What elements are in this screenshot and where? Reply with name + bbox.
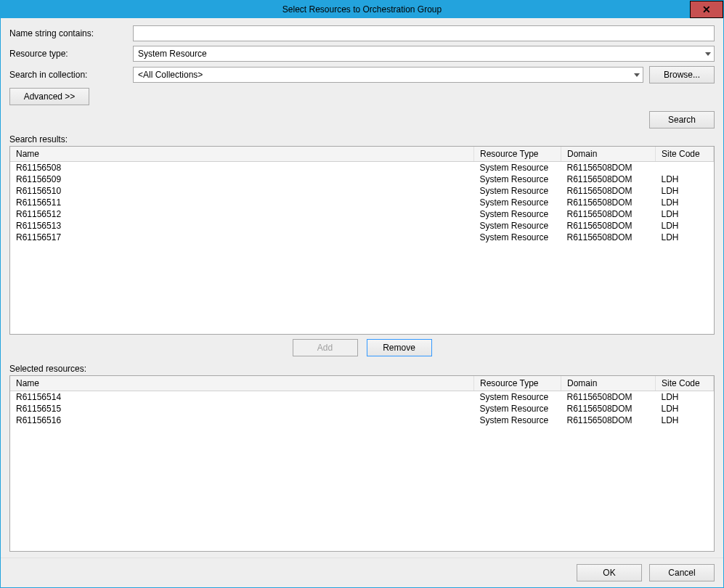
ok-button[interactable]: OK (577, 564, 642, 581)
cell-site: LDH (656, 208, 714, 220)
cell-name: R61156508 (10, 162, 474, 174)
cell-rtype: System Resource (474, 403, 561, 415)
col-site[interactable]: Site Code (656, 376, 714, 391)
cell-name: R61156515 (10, 403, 474, 415)
cell-name: R61156510 (10, 185, 474, 197)
resource-type-row: Resource type: System Resource (9, 46, 715, 62)
table-row[interactable]: R61156515System ResourceR61156508DOMLDH (10, 403, 714, 415)
cell-domain: R61156508DOM (561, 232, 656, 243)
cell-domain: R61156508DOM (561, 391, 656, 404)
cell-site: LDH (656, 391, 714, 404)
cell-name: R61156512 (10, 208, 474, 220)
cell-domain: R61156508DOM (561, 220, 656, 232)
cell-site: LDH (656, 415, 714, 426)
cell-rtype: System Resource (474, 162, 561, 174)
cell-name: R61156509 (10, 173, 474, 185)
browse-button[interactable]: Browse... (649, 66, 715, 83)
collection-row: Search in collection: <All Collections> … (9, 66, 715, 83)
table-row[interactable]: R61156508System ResourceR61156508DOM (10, 162, 714, 174)
collection-value: <All Collections> (138, 70, 631, 80)
table-header-row: Name Resource Type Domain Site Code (10, 147, 714, 162)
search-results-label: Search results: (9, 134, 715, 144)
cell-rtype: System Resource (474, 220, 561, 232)
cell-domain: R61156508DOM (561, 208, 656, 220)
selected-resources-table: Name Resource Type Domain Site Code R611… (10, 376, 714, 426)
col-site[interactable]: Site Code (656, 147, 714, 162)
cell-domain: R61156508DOM (561, 185, 656, 197)
name-filter-input[interactable] (133, 25, 715, 41)
table-row[interactable]: R61156516System ResourceR61156508DOMLDH (10, 415, 714, 426)
add-button: Add (293, 339, 358, 356)
cell-name: R61156513 (10, 220, 474, 232)
close-button[interactable]: ✕ (690, 1, 723, 18)
table-row[interactable]: R61156517System ResourceR61156508DOMLDH (10, 232, 714, 243)
search-results-table: Name Resource Type Domain Site Code R611… (10, 147, 714, 243)
advanced-row: Advanced >> (9, 88, 715, 105)
selected-resources-list[interactable]: Name Resource Type Domain Site Code R611… (9, 375, 715, 552)
cell-domain: R61156508DOM (561, 173, 656, 185)
cell-domain: R61156508DOM (561, 403, 656, 415)
resource-type-select[interactable]: System Resource (133, 46, 715, 62)
cell-name: R61156514 (10, 391, 474, 404)
name-filter-row: Name string contains: (9, 25, 715, 41)
remove-button[interactable]: Remove (367, 339, 432, 356)
cell-rtype: System Resource (474, 197, 561, 208)
cell-site: LDH (656, 185, 714, 197)
close-icon: ✕ (702, 4, 711, 15)
cell-domain: R61156508DOM (561, 162, 656, 174)
dialog-window: Select Resources to Orchestration Group … (0, 0, 724, 588)
col-name[interactable]: Name (10, 376, 474, 391)
cell-site: LDH (656, 403, 714, 415)
cell-name: R61156511 (10, 197, 474, 208)
dialog-footer: OK Cancel (1, 558, 723, 587)
table-row[interactable]: R61156511System ResourceR61156508DOMLDH (10, 197, 714, 208)
cell-site: LDH (656, 220, 714, 232)
cell-domain: R61156508DOM (561, 415, 656, 426)
titlebar: Select Resources to Orchestration Group … (1, 1, 723, 18)
cell-rtype: System Resource (474, 208, 561, 220)
cell-site: LDH (656, 173, 714, 185)
table-row[interactable]: R61156513System ResourceR61156508DOMLDH (10, 220, 714, 232)
col-domain[interactable]: Domain (561, 147, 656, 162)
add-remove-row: Add Remove (9, 339, 715, 356)
col-domain[interactable]: Domain (561, 376, 656, 391)
cell-name: R61156516 (10, 415, 474, 426)
table-row[interactable]: R61156512System ResourceR61156508DOMLDH (10, 208, 714, 220)
cell-rtype: System Resource (474, 173, 561, 185)
collection-select[interactable]: <All Collections> (133, 67, 643, 83)
window-title: Select Resources to Orchestration Group (1, 4, 723, 15)
content-area: Name string contains: Resource type: Sys… (1, 18, 723, 558)
cell-site: LDH (656, 232, 714, 243)
cell-site: LDH (656, 197, 714, 208)
col-rtype[interactable]: Resource Type (474, 376, 561, 391)
table-header-row: Name Resource Type Domain Site Code (10, 376, 714, 391)
cell-rtype: System Resource (474, 415, 561, 426)
resource-type-value: System Resource (138, 49, 702, 59)
search-results-list[interactable]: Name Resource Type Domain Site Code R611… (9, 146, 715, 335)
search-button[interactable]: Search (649, 111, 715, 128)
col-name[interactable]: Name (10, 147, 474, 162)
col-rtype[interactable]: Resource Type (474, 147, 561, 162)
cell-site (656, 162, 714, 174)
cell-rtype: System Resource (474, 391, 561, 404)
table-row[interactable]: R61156510System ResourceR61156508DOMLDH (10, 185, 714, 197)
cell-rtype: System Resource (474, 232, 561, 243)
table-row[interactable]: R61156509System ResourceR61156508DOMLDH (10, 173, 714, 185)
table-row[interactable]: R61156514System ResourceR61156508DOMLDH (10, 391, 714, 404)
advanced-button[interactable]: Advanced >> (9, 88, 89, 105)
cell-rtype: System Resource (474, 185, 561, 197)
selected-resources-label: Selected resources: (9, 364, 715, 374)
chevron-down-icon (705, 52, 711, 56)
search-row: Search (9, 111, 715, 128)
resource-type-label: Resource type: (9, 49, 133, 59)
cancel-button[interactable]: Cancel (649, 564, 715, 581)
collection-label: Search in collection: (9, 70, 133, 80)
cell-domain: R61156508DOM (561, 197, 656, 208)
chevron-down-icon (634, 73, 640, 77)
cell-name: R61156517 (10, 232, 474, 243)
name-filter-label: Name string contains: (9, 28, 133, 38)
